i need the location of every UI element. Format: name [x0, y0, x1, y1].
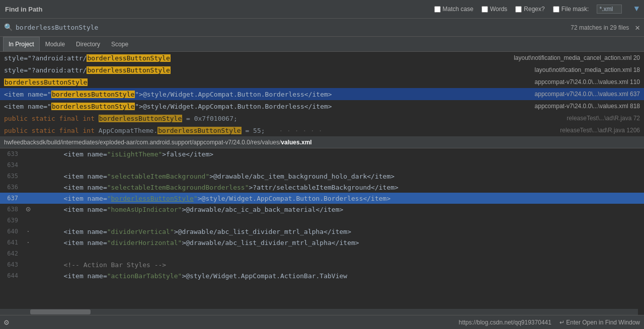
line-gutter: · — [24, 228, 32, 235]
match-case-checkbox[interactable] — [434, 6, 441, 13]
line-content: <item name="isLightTheme">false</item> — [32, 150, 213, 158]
line-content: <!-- Action Bar Styles --> — [32, 261, 166, 269]
line-content: <item name="selectableItemBackground">@d… — [32, 173, 394, 180]
filter-icon[interactable]: ▼ — [634, 5, 639, 14]
result-text: public static final int AppCompatTheme.b… — [4, 127, 560, 134]
result-row[interactable]: public static final int AppCompatTheme.b… — [0, 124, 644, 136]
line-gutter: ⊙ — [24, 204, 32, 214]
line-gutter: · — [24, 239, 32, 246]
find-in-path-title: Find in Path — [5, 6, 42, 13]
filepath-bar: hwfeedbacksdk/build/intermediates/explod… — [0, 136, 644, 148]
code-line: 641 · <item name="dividerHorizontal">@dr… — [0, 237, 644, 248]
line-number: 640 — [0, 228, 24, 235]
line-number: 642 — [0, 250, 24, 257]
code-line: 640 · <item name="dividerVertical">@draw… — [0, 226, 644, 237]
search-input[interactable]: borderlessButtonStyle — [16, 24, 568, 31]
toolbar: Find in Path Match case Words Regex? Fil… — [0, 0, 644, 19]
file-mask-checkbox[interactable] — [553, 6, 559, 13]
code-line-highlighted: 637 <item name="borderlessButtonStyle">@… — [0, 193, 644, 204]
line-number: 633 — [0, 150, 24, 157]
tab-scope[interactable]: Scope — [106, 37, 134, 51]
result-file: releaseTest\...\ad\R.java 1206 — [560, 127, 640, 134]
line-number: 637 — [0, 195, 24, 202]
file-mask-input[interactable]: *.xml — [597, 5, 622, 14]
code-line: 634 — [0, 159, 644, 171]
line-content: <item name="borderlessButtonStyle">@styl… — [32, 195, 390, 202]
tab-in-project[interactable]: In Project — [3, 37, 40, 51]
line-number: 639 — [0, 217, 24, 224]
bottom-hint: ↵ Enter Open in Find Window — [559, 319, 640, 326]
matches-count: 72 matches in 29 files — [571, 24, 629, 31]
file-mask-label: File mask: — [561, 6, 589, 13]
close-button[interactable]: ✕ — [635, 23, 640, 33]
line-number: 635 — [0, 173, 24, 180]
regex-option[interactable]: Regex? — [515, 6, 544, 13]
line-content: <item name="homeAsUpIndicator">@drawable… — [32, 206, 343, 213]
result-row[interactable]: <item name="borderlessButtonStyle">@styl… — [0, 88, 644, 100]
code-line: 635 <item name="selectableItemBackground… — [0, 171, 644, 182]
regex-checkbox[interactable] — [515, 6, 522, 13]
result-text: public static final int borderlessButton… — [4, 115, 567, 122]
result-text: borderlessButtonStyle — [4, 78, 535, 86]
line-number: 644 — [0, 272, 24, 279]
result-file: layout\notification_media_cancel_action.… — [514, 54, 640, 61]
tab-module[interactable]: Module — [40, 37, 70, 51]
bottom-url: https://blog.csdn.net/qq919370441 — [459, 319, 551, 326]
result-file: appcompat-v7\24.0.0\...\values.xml 110 — [535, 78, 640, 86]
result-row[interactable]: style="?android:attr/borderlessButtonSty… — [0, 64, 644, 76]
result-row[interactable]: public static final int borderlessButton… — [0, 112, 644, 124]
match-case-option[interactable]: Match case — [434, 6, 473, 13]
line-content: <item name="selectableItemBackgroundBord… — [32, 184, 398, 191]
words-checkbox[interactable] — [481, 6, 488, 13]
code-area: 633 <item name="isLightTheme">false</ite… — [0, 148, 644, 281]
search-icon: 🔍 — [4, 23, 13, 32]
result-row[interactable]: style="?android:attr/borderlessButtonSty… — [0, 52, 644, 64]
line-content: <item name="dividerHorizontal">@drawable… — [32, 239, 359, 246]
scrollbar-thumb[interactable] — [30, 309, 91, 314]
code-line: 639 — [0, 215, 644, 226]
code-line: 642 — [0, 248, 644, 259]
words-label: Words — [490, 6, 507, 13]
result-file: appcompat-v7\24.0.0\...\values.xml 637 — [535, 91, 640, 98]
gear-icon[interactable]: ⚙ — [4, 317, 9, 327]
result-file: layout\notification_media_action.xml 18 — [535, 66, 640, 73]
scrollbar-horizontal[interactable] — [0, 309, 638, 315]
code-line: 643 <!-- Action Bar Styles --> — [0, 259, 644, 270]
search-bar: 🔍 borderlessButtonStyle 72 matches in 29… — [0, 19, 644, 37]
line-content: <item name="actionBarTabStyle">@style/Wi… — [32, 272, 347, 280]
result-text: style="?android:attr/borderlessButtonSty… — [4, 66, 535, 74]
file-mask-option[interactable]: File mask: — [553, 6, 589, 13]
regex-label: Regex? — [524, 6, 544, 13]
toolbar-options: Match case Words Regex? File mask: *.xml… — [434, 5, 639, 14]
results-area: style="?android:attr/borderlessButtonSty… — [0, 52, 644, 136]
result-text: <item name="borderlessButtonStyle">@styl… — [4, 103, 535, 110]
code-line: 638 ⊙ <item name="homeAsUpIndicator">@dr… — [0, 204, 644, 215]
line-number: 636 — [0, 184, 24, 191]
code-line: 633 <item name="isLightTheme">false</ite… — [0, 148, 644, 159]
result-file: appcompat-v7\24.0.0\...\values.xml 818 — [535, 103, 640, 110]
code-line: 636 <item name="selectableItemBackground… — [0, 182, 644, 193]
tabs-bar: In Project Module Directory Scope — [0, 37, 644, 52]
code-line: 644 <item name="actionBarTabStyle">@styl… — [0, 270, 644, 281]
result-text: <item name="borderlessButtonStyle">@styl… — [4, 91, 535, 98]
bottom-bar: ⚙ https://blog.csdn.net/qq919370441 ↵ En… — [0, 315, 644, 329]
result-file: releaseTest\...\ad\R.java 72 — [567, 115, 640, 122]
words-option[interactable]: Words — [481, 6, 507, 13]
line-number: 643 — [0, 261, 24, 268]
line-content: <item name="dividerVertical">@drawable/a… — [32, 228, 351, 235]
result-row[interactable]: borderlessButtonStyle appcompat-v7\24.0.… — [0, 76, 644, 88]
match-case-label: Match case — [443, 6, 473, 13]
result-text: style="?android:attr/borderlessButtonSty… — [4, 54, 514, 62]
line-number: 634 — [0, 161, 24, 169]
result-row[interactable]: <item name="borderlessButtonStyle">@styl… — [0, 100, 644, 112]
line-number: 641 — [0, 239, 24, 246]
filepath-text: hwfeedbacksdk/build/intermediates/explod… — [4, 139, 312, 146]
tab-directory[interactable]: Directory — [70, 37, 106, 51]
line-number: 638 — [0, 206, 24, 213]
